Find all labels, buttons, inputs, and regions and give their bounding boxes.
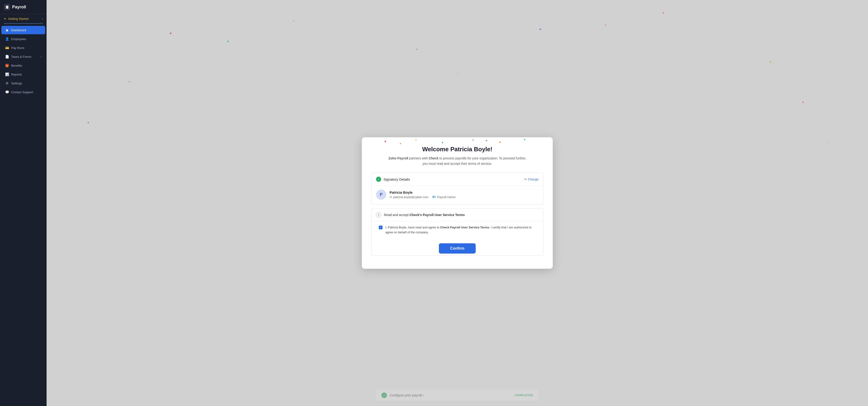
- modal: Welcome Patricia Boyle! Zoho Payroll par…: [362, 137, 553, 268]
- terms-header: 2 Read and accept Check's Payroll User S…: [371, 209, 543, 221]
- signatory-meta: ✉ patricia.boyle@zylker.com 🪪 Payroll Ad…: [390, 195, 456, 199]
- sidebar-item-label: Reports: [11, 73, 22, 76]
- star-icon: ✦: [4, 17, 6, 21]
- main-area: Your trial expires in 14 day(s). Upgrade…: [46, 0, 868, 406]
- service-label: Check's Payroll User Service Terms: [409, 213, 465, 217]
- checkbox-label: I, Patricia Boyle, have read and agree t…: [385, 225, 536, 235]
- signatory-info: Patricia Boyle ✉ patricia.boyle@zylker.c…: [390, 191, 456, 199]
- logo-icon: 📋: [4, 4, 10, 10]
- signatory-row: P Patricia Boyle ✉ patricia.boyle@zylker…: [371, 185, 543, 204]
- sidebar-item-pay-runs[interactable]: 💳 Pay Runs: [1, 44, 45, 52]
- modal-title: Welcome Patricia Boyle!: [371, 146, 544, 153]
- dashboard-icon: ◉: [5, 28, 9, 32]
- signatory-header-left: ✓ Signatory Details: [376, 177, 410, 182]
- change-button[interactable]: ✏ Change: [524, 178, 538, 181]
- checkbox-check-icon: ✓: [380, 226, 382, 229]
- read-label: Read and accept: [384, 213, 409, 217]
- signatory-section: ✓ Signatory Details ✏ Change P Patricia …: [371, 173, 544, 205]
- zoho-payroll-text: Zoho Payroll: [389, 156, 408, 160]
- terms-checkbox[interactable]: ✓: [379, 226, 382, 229]
- getting-started-arrow: ›: [42, 17, 43, 21]
- sidebar-item-label: Taxes & Forms: [11, 55, 31, 58]
- sidebar-item-label: Contact Support: [11, 90, 33, 94]
- sidebar: 📋 Payroll ✦ Getting Started › ◉ Dashboar…: [0, 0, 46, 406]
- signatory-name: Patricia Boyle: [390, 191, 456, 194]
- sidebar-item-label: Benefits: [11, 64, 22, 67]
- taxes-icon: 📄: [5, 55, 9, 58]
- signatory-avatar: P: [376, 190, 386, 200]
- edit-icon: ✏: [524, 178, 527, 181]
- reports-icon: 📊: [5, 72, 9, 76]
- logo-text: Payroll: [12, 5, 26, 9]
- sidebar-getting-started[interactable]: ✦ Getting Started ›: [0, 14, 46, 23]
- confirm-area: Confirm: [371, 239, 543, 256]
- sidebar-item-label: Employees: [11, 37, 26, 41]
- signatory-email-item: ✉ patricia.boyle@zylker.com: [390, 195, 428, 199]
- signatory-check-icon: ✓: [376, 177, 381, 182]
- sidebar-item-label: Dashboard: [11, 28, 26, 32]
- terms-title: Read and accept Check's Payroll User Ser…: [384, 213, 465, 217]
- support-icon: 💬: [5, 90, 9, 94]
- modal-overlay: Welcome Patricia Boyle! Zoho Payroll par…: [46, 0, 868, 406]
- signatory-email: patricia.boyle@zylker.com: [393, 195, 428, 199]
- taxes-forms-arrow: ›: [40, 55, 41, 58]
- checkbox-area: ✓ I, Patricia Boyle, have read and agree…: [371, 221, 543, 239]
- sidebar-item-settings[interactable]: ⚙ Settings: [1, 79, 45, 87]
- terms-bold: Check Payroll User Service Terms: [440, 226, 489, 229]
- employees-icon: 👤: [5, 37, 9, 41]
- sidebar-item-employees[interactable]: 👤 Employees: [1, 35, 45, 43]
- pay-runs-icon: 💳: [5, 46, 9, 50]
- modal-subtitle: Zoho Payroll partners with Check to proc…: [371, 156, 544, 166]
- benefits-icon: 🎁: [5, 64, 9, 67]
- check-text: Check: [429, 156, 438, 160]
- settings-icon: ⚙: [5, 81, 9, 85]
- signatory-role: Payroll Admin: [437, 195, 456, 199]
- sidebar-item-reports[interactable]: 📊 Reports: [1, 70, 45, 79]
- email-icon: ✉: [390, 195, 392, 199]
- confirm-button[interactable]: Confirm: [439, 243, 475, 254]
- sidebar-item-taxes-forms[interactable]: 📄 Taxes & Forms ›: [1, 53, 45, 61]
- sidebar-item-benefits[interactable]: 🎁 Benefits: [1, 61, 45, 70]
- sidebar-item-contact-support[interactable]: 💬 Contact Support: [1, 88, 45, 96]
- role-icon: 🪪: [432, 195, 436, 199]
- terms-section: 2 Read and accept Check's Payroll User S…: [371, 208, 544, 256]
- signatory-role-item: 🪪 Payroll Admin: [432, 195, 456, 199]
- sidebar-logo: 📋 Payroll: [0, 0, 46, 14]
- sidebar-item-dashboard[interactable]: ◉ Dashboard: [1, 26, 45, 34]
- signatory-header: ✓ Signatory Details ✏ Change: [371, 173, 543, 185]
- sidebar-item-label: Pay Runs: [11, 46, 24, 50]
- sidebar-item-label: Settings: [11, 82, 22, 85]
- step-number: 2: [376, 212, 381, 218]
- change-label: Change: [528, 178, 538, 181]
- progress-bar: [4, 23, 43, 24]
- signatory-label: Signatory Details: [383, 177, 410, 181]
